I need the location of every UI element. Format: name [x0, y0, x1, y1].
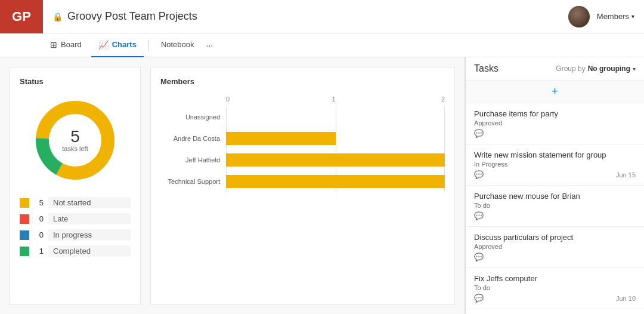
members-button[interactable]: Members ▾	[597, 12, 634, 21]
task-date: Jun 15	[616, 171, 636, 178]
comment-icon: 💬	[474, 211, 484, 220]
task-footer: 💬 Jun 10	[474, 294, 636, 303]
add-task-button[interactable]: +	[466, 81, 644, 103]
tasks-panel: Tasks Group by No grouping ▾ + Purchase …	[465, 57, 644, 314]
bar-chart-body: Unassigned Andre Da Costa	[160, 106, 445, 192]
comment-icon: 💬	[474, 129, 484, 138]
late-label: Late	[48, 213, 131, 224]
tab-notebook-label: Notebook	[161, 40, 194, 49]
bar-label-technical: Technical Support	[160, 178, 226, 185]
tasks-list: Purchase items for party Approved 💬 Writ…	[466, 103, 644, 314]
tasks-count: 5	[70, 128, 80, 145]
tab-more-icon[interactable]: ···	[206, 41, 213, 50]
tab-charts[interactable]: 📈 Charts	[91, 33, 144, 57]
axis-label-2: 2	[441, 96, 445, 103]
header-title-area: 🔒 Groovy Post Team Projects	[43, 10, 568, 23]
legend-item-in-progress: 0 In progress	[20, 229, 131, 241]
donut-center: 5 tasks left	[62, 128, 88, 152]
logo: GP	[0, 0, 43, 33]
bar-area-technical	[226, 175, 445, 188]
comment-icon: 💬	[474, 253, 484, 261]
members-card: Members 0 1 2	[150, 67, 455, 304]
bar-label-jeff: Jeff Hatfield	[160, 156, 226, 164]
lock-icon: 🔒	[52, 12, 63, 21]
legend-item-completed: 1 Completed	[20, 245, 131, 257]
tab-divider	[148, 39, 149, 51]
bar-area-jeff	[226, 153, 445, 167]
task-status: Approved	[474, 119, 636, 127]
in-progress-label: In progress	[48, 229, 131, 241]
page-title: Groovy Post Team Projects	[67, 10, 197, 23]
bar-technical	[226, 175, 445, 188]
task-status: To do	[474, 284, 636, 291]
legend: 5 Not started 0 Late 0 In progress	[20, 197, 131, 257]
main-area: Status 5 tasks left	[0, 57, 644, 314]
completed-count: 1	[34, 247, 44, 255]
task-item[interactable]: Purchase new mouse for Brian To do 💬	[466, 186, 644, 227]
legend-item-late: 0 Late	[20, 213, 131, 224]
avatar-image	[568, 6, 590, 27]
not-started-color	[20, 198, 29, 208]
not-started-count: 5	[34, 198, 44, 207]
task-item[interactable]: Fix Jeffs computer To do 💬 Jun 10	[466, 268, 644, 309]
groupby-label: Group by	[556, 64, 585, 73]
bar-label-andre: Andre Da Costa	[160, 135, 226, 142]
add-task-plus-icon: +	[552, 85, 558, 98]
task-name: Discuss particulars of project	[474, 233, 636, 242]
tab-notebook[interactable]: Notebook	[154, 33, 202, 57]
members-chevron-icon: ▾	[631, 13, 634, 20]
bar-andre	[226, 132, 336, 145]
task-item[interactable]: Purchase items for party Approved 💬	[466, 103, 644, 144]
task-footer: 💬	[474, 129, 636, 138]
header-right: Members ▾	[568, 6, 634, 27]
bar-area-andre	[226, 132, 445, 145]
task-item[interactable]: Discuss particulars of project Approved …	[466, 227, 644, 268]
groupby-chevron-icon: ▾	[633, 66, 636, 72]
not-started-label: Not started	[48, 197, 131, 208]
task-name: Write new mission statement for group	[474, 150, 636, 159]
charts-icon: 📈	[98, 40, 109, 50]
board-icon: ⊞	[50, 40, 57, 50]
task-name: Purchase items for party	[474, 109, 636, 118]
axis-labels: 0 1 2	[226, 96, 445, 103]
task-name: Purchase new mouse for Brian	[474, 192, 636, 201]
members-title: Members	[160, 77, 445, 86]
task-date: Jun 10	[616, 295, 636, 302]
in-progress-count: 0	[34, 230, 44, 239]
avatar	[568, 6, 590, 27]
task-status: To do	[474, 202, 636, 209]
left-content: Status 5 tasks left	[0, 57, 465, 314]
late-count: 0	[34, 214, 44, 223]
tab-board[interactable]: ⊞ Board	[43, 33, 89, 57]
legend-item-not-started: 5 Not started	[20, 197, 131, 208]
donut-chart: 5 tasks left	[20, 96, 131, 185]
task-footer: 💬	[474, 253, 636, 261]
task-item[interactable]: Write new mission statement for group In…	[466, 144, 644, 186]
task-status: Approved	[474, 243, 636, 250]
axis-label-1: 1	[226, 96, 441, 103]
comment-icon: 💬	[474, 170, 484, 179]
groupby-value: No grouping	[588, 64, 630, 73]
bar-jeff	[226, 153, 445, 167]
bar-row-unassigned: Unassigned	[160, 106, 445, 128]
header: GP 🔒 Groovy Post Team Projects Members ▾	[0, 0, 644, 33]
tab-bar: ⊞ Board 📈 Charts Notebook ···	[0, 33, 644, 57]
tab-board-label: Board	[61, 40, 82, 49]
task-footer: 💬 Jun 15	[474, 170, 636, 179]
tab-charts-label: Charts	[112, 40, 137, 49]
bar-chart-area: 0 1 2 Unassigned	[160, 96, 445, 192]
bar-label-unassigned: Unassigned	[160, 113, 226, 121]
task-name: Fix Jeffs computer	[474, 274, 636, 283]
late-color	[20, 214, 29, 224]
status-card: Status 5 tasks left	[10, 67, 141, 304]
task-footer: 💬	[474, 211, 636, 220]
completed-color	[20, 247, 29, 256]
left-panel: Status 5 tasks left	[0, 57, 465, 314]
comment-icon: 💬	[474, 294, 484, 303]
tasks-header: Tasks Group by No grouping ▾	[466, 57, 644, 81]
bar-row-andre: Andre Da Costa	[160, 128, 445, 149]
status-title: Status	[20, 77, 131, 86]
in-progress-color	[20, 230, 29, 240]
bar-row-technical: Technical Support	[160, 171, 445, 192]
groupby-area[interactable]: Group by No grouping ▾	[556, 64, 636, 73]
